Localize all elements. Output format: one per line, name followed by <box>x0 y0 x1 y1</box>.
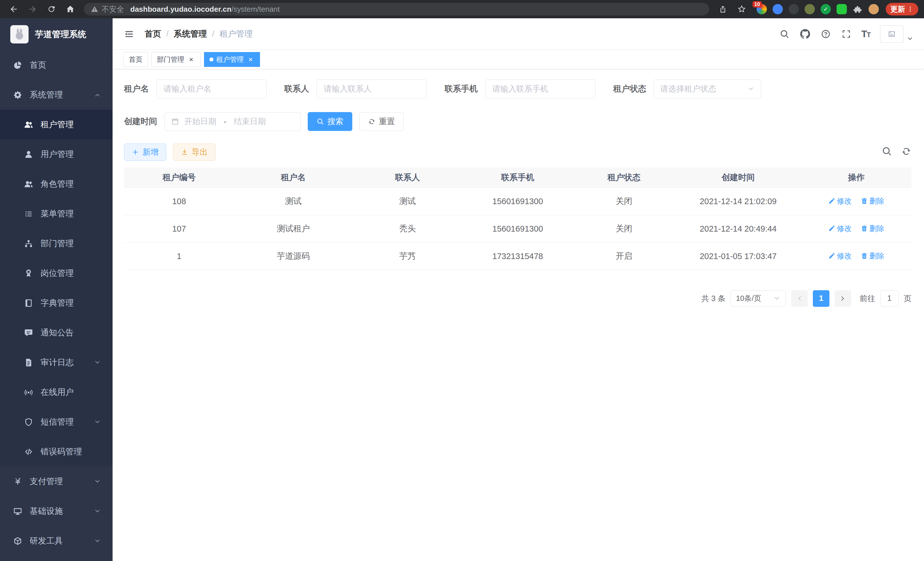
extension-icon-1[interactable]: 10 <box>757 4 767 14</box>
delete-link[interactable]: 删除 <box>861 251 884 261</box>
toggle-search-icon[interactable] <box>882 146 892 158</box>
edit-link[interactable]: 修改 <box>828 224 852 234</box>
delete-link[interactable]: 删除 <box>861 224 884 234</box>
status-value: 开启 <box>573 242 675 270</box>
sidebar-item-payment[interactable]: 支付管理 <box>0 467 112 496</box>
refresh-table-icon[interactable] <box>901 146 911 158</box>
prev-page-button[interactable] <box>791 290 808 307</box>
edit-link[interactable]: 修改 <box>828 196 852 206</box>
sidebar-item-menus[interactable]: 菜单管理 <box>0 199 112 229</box>
sidebar-item-posts[interactable]: 岗位管理 <box>0 259 112 288</box>
tenant-table: 租户编号 租户名 联系人 联系手机 租户状态 创建时间 操作 108 测试 测试 <box>124 168 911 270</box>
sidebar-item-online-users[interactable]: 在线用户 <box>0 378 112 407</box>
goto-page-input[interactable] <box>880 290 898 307</box>
sidebar-item-departments[interactable]: 部门管理 <box>0 229 112 259</box>
browser-reload-button[interactable] <box>44 2 59 16</box>
page-size-select[interactable]: 10条/页 <box>730 290 786 307</box>
table-toolbar: 新增 导出 <box>124 144 911 161</box>
url-bar[interactable]: 不安全 dashboard.yudao.iocoder.cn/system/te… <box>84 3 709 15</box>
breadcrumb-home[interactable]: 首页 <box>145 28 161 40</box>
sidebar-menu: 首页 系统管理 租户管理 用户管理 角色管理 菜单管理 <box>0 50 112 556</box>
trash-icon <box>861 198 868 205</box>
active-tab-dot <box>209 57 213 62</box>
sidebar-item-system[interactable]: 系统管理 <box>0 80 112 110</box>
github-icon[interactable] <box>800 29 811 39</box>
extensions-puzzle-icon[interactable] <box>853 4 863 14</box>
help-icon[interactable] <box>820 29 831 39</box>
status-label: 租户状态 <box>613 83 646 95</box>
contact-input[interactable] <box>316 80 427 98</box>
sidebar-item-home[interactable]: 首页 <box>0 50 112 80</box>
url-domain: dashboard.yudao.iocoder.cn <box>130 5 231 14</box>
close-icon[interactable]: × <box>247 56 255 63</box>
chevron-down-icon <box>94 478 101 485</box>
header-status: 租户状态 <box>573 168 675 188</box>
breadcrumb-system[interactable]: 系统管理 <box>174 28 207 40</box>
filter-form-row-1: 租户名 联系人 联系手机 租户状态 请选择租户状态 <box>124 80 911 98</box>
sidebar-item-notices[interactable]: 通知公告 <box>0 318 112 348</box>
sidebar-item-dictionary[interactable]: 字典管理 <box>0 288 112 318</box>
user-avatar-menu[interactable] <box>880 26 914 43</box>
chevron-up-icon <box>94 91 101 99</box>
table-header-row: 租户编号 租户名 联系人 联系手机 租户状态 创建时间 操作 <box>124 168 911 188</box>
tab-department[interactable]: 部门管理 × <box>152 52 201 67</box>
sidebar-item-sms[interactable]: 短信管理 <box>0 407 112 437</box>
trash-icon <box>861 253 868 259</box>
reset-button[interactable]: 重置 <box>359 112 404 131</box>
monitor-icon <box>13 507 22 516</box>
tab-tenant[interactable]: 租户管理 × <box>204 52 260 67</box>
browser-forward-button[interactable] <box>25 2 40 16</box>
logo-image <box>10 25 28 44</box>
insecure-warning-icon <box>91 5 98 13</box>
add-button[interactable]: 新增 <box>124 144 166 161</box>
code-icon <box>24 447 33 456</box>
extension-icon-2[interactable] <box>772 4 783 14</box>
breadcrumb-current: 租户管理 <box>219 28 253 40</box>
sidebar-item-roles[interactable]: 角色管理 <box>0 169 112 199</box>
browser-home-button[interactable] <box>62 2 78 16</box>
sidebar-toggle-icon[interactable] <box>120 25 138 43</box>
phone-input[interactable] <box>485 80 596 98</box>
browser-update-button[interactable]: 更新 <box>886 3 918 15</box>
create-time-range-picker[interactable]: 开始日期 - 结束日期 <box>165 112 301 131</box>
delete-link[interactable]: 删除 <box>861 196 884 206</box>
filter-form-row-2: 创建时间 开始日期 - 结束日期 搜索 重置 <box>124 112 911 131</box>
bookmark-star-button[interactable] <box>734 2 750 16</box>
extension-icon-5[interactable]: ✓ <box>820 4 831 14</box>
app-logo[interactable]: 芋道管理系统 <box>0 18 112 50</box>
tenant-name-label: 租户名 <box>124 83 149 95</box>
chevron-down-icon <box>747 85 754 93</box>
sidebar-item-users[interactable]: 用户管理 <box>0 140 112 169</box>
profile-avatar-icon[interactable] <box>868 4 879 14</box>
export-button[interactable]: 导出 <box>173 144 215 161</box>
extension-icon-4[interactable] <box>805 4 815 14</box>
sidebar-item-audit-log[interactable]: 审计日志 <box>0 348 112 378</box>
tenant-name-input[interactable] <box>156 80 267 98</box>
status-select[interactable]: 请选择租户状态 <box>654 80 761 98</box>
plus-icon <box>132 148 139 156</box>
extension-icon-3[interactable] <box>789 4 799 14</box>
edit-link[interactable]: 修改 <box>828 251 852 261</box>
url-path: /system/tenant <box>231 5 280 14</box>
sidebar-item-dev-tools[interactable]: 研发工具 <box>0 526 112 556</box>
tags-view-bar: 首页 部门管理 × 租户管理 × <box>112 50 924 69</box>
status-value: 关闭 <box>573 188 675 215</box>
header-search-icon[interactable] <box>779 29 790 39</box>
tab-home[interactable]: 首页 <box>123 52 148 67</box>
page-number-1[interactable]: 1 <box>813 290 830 307</box>
search-button[interactable]: 搜索 <box>308 112 352 131</box>
kebab-menu-icon <box>907 6 914 13</box>
sidebar-item-tenant[interactable]: 租户管理 <box>0 110 112 140</box>
edit-icon <box>828 225 835 232</box>
font-size-icon[interactable]: TT <box>861 28 870 39</box>
calendar-icon <box>171 117 179 126</box>
sidebar: 芋道管理系统 首页 系统管理 租户管理 用户管理 角色管理 <box>0 18 112 561</box>
close-icon[interactable]: × <box>187 56 195 63</box>
browser-back-button[interactable] <box>6 2 22 16</box>
extension-icon-6[interactable] <box>837 4 847 14</box>
sidebar-item-infrastructure[interactable]: 基础设施 <box>0 496 112 526</box>
sidebar-item-error-codes[interactable]: 错误码管理 <box>0 437 112 467</box>
fullscreen-icon[interactable] <box>841 29 852 39</box>
next-page-button[interactable] <box>835 290 851 307</box>
share-button[interactable] <box>715 2 731 16</box>
